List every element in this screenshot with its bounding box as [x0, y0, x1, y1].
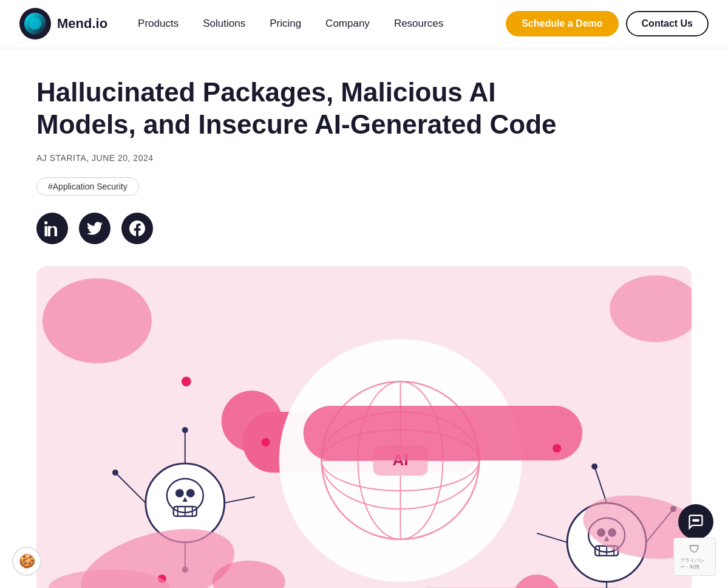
svg-point-60: [693, 520, 694, 521]
svg-point-46: [591, 463, 597, 470]
twitter-icon: [87, 220, 103, 236]
logo-icon: [19, 8, 51, 39]
nav-solutions[interactable]: Solutions: [192, 13, 256, 35]
article-meta: AJ STARITA, JUNE 20, 2024: [36, 153, 692, 163]
article-title: Hallucinated Packages, Malicious AI Mode…: [36, 77, 583, 141]
nav-products[interactable]: Products: [127, 13, 189, 35]
main-content: Hallucinated Packages, Malicious AI Mode…: [0, 47, 728, 588]
facebook-icon: [129, 220, 145, 236]
hero-image: AI: [36, 266, 692, 588]
linkedin-icon: [44, 220, 60, 236]
svg-point-31: [182, 427, 188, 433]
svg-point-51: [222, 391, 282, 451]
nav-actions: Schedule a Demo Contact Us: [506, 11, 709, 36]
twitter-share-button[interactable]: [79, 213, 111, 244]
recaptcha-badge: 🛡 プライバシー・利用: [673, 538, 716, 576]
nav-company[interactable]: Company: [315, 13, 381, 35]
recaptcha-logo: 🛡: [689, 543, 700, 556]
nav-pricing[interactable]: Pricing: [259, 13, 312, 35]
cookie-settings-button[interactable]: 🍪: [12, 547, 41, 576]
chat-icon: [687, 513, 704, 530]
social-icons-group: [36, 213, 692, 244]
logo-link[interactable]: Mend.io: [19, 8, 107, 39]
svg-point-30: [112, 470, 118, 476]
svg-point-62: [697, 520, 698, 521]
schedule-demo-button[interactable]: Schedule a Demo: [506, 11, 618, 36]
recaptcha-text: プライバシー・利用: [680, 557, 709, 570]
svg-rect-52: [304, 406, 583, 460]
chat-widget-button[interactable]: [678, 504, 713, 539]
tag-badge[interactable]: #Application Security: [36, 177, 139, 196]
svg-point-4: [43, 278, 152, 363]
svg-point-54: [262, 438, 270, 446]
linkedin-share-button[interactable]: [36, 213, 68, 244]
navbar: Mend.io Products Solutions Pricing Compa…: [0, 0, 728, 47]
nav-resources[interactable]: Resources: [383, 13, 454, 35]
contact-us-button[interactable]: Contact Us: [626, 11, 709, 36]
logo-text: Mend.io: [57, 16, 107, 32]
svg-point-2: [29, 18, 41, 30]
svg-point-21: [186, 489, 195, 497]
svg-point-61: [695, 520, 696, 521]
svg-point-55: [553, 444, 561, 453]
svg-point-20: [175, 489, 184, 497]
facebook-share-button[interactable]: [121, 213, 153, 244]
nav-links: Products Solutions Pricing Company Resou…: [127, 13, 506, 35]
svg-point-53: [182, 377, 191, 386]
hero-illustration: AI: [36, 266, 692, 588]
